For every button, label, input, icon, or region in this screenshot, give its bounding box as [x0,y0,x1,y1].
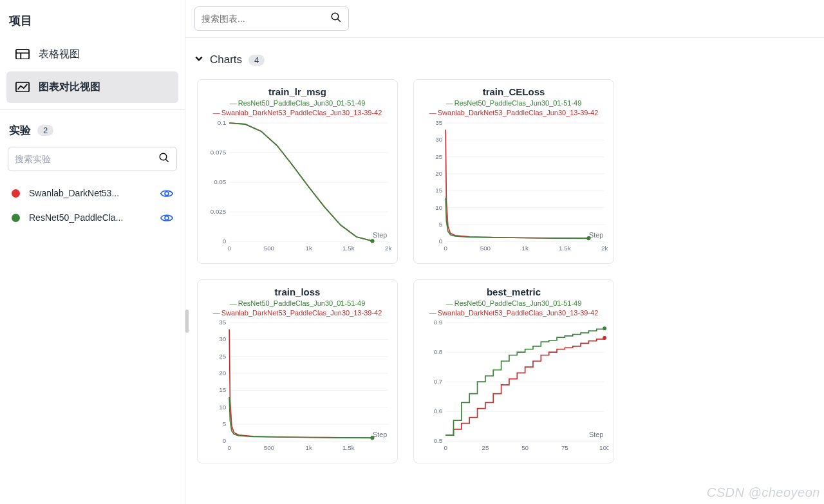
svg-text:25: 25 [435,153,442,160]
svg-text:0.1: 0.1 [218,119,227,126]
svg-text:0.7: 0.7 [434,378,443,386]
experiments-header: 实验 2 [6,123,178,145]
svg-text:0.5: 0.5 [434,438,443,445]
svg-text:20: 20 [435,170,442,177]
svg-text:1.5k: 1.5k [342,245,355,252]
svg-text:0.05: 0.05 [214,178,227,185]
main-panel: Charts 4 train_lr_msg— ResNet50_PaddleCl… [185,0,824,504]
svg-text:35: 35 [435,119,442,126]
eye-icon[interactable] [160,189,173,198]
svg-text:0.6: 0.6 [434,408,443,415]
svg-point-8 [332,13,339,20]
svg-text:2k: 2k [385,245,391,252]
svg-text:15: 15 [219,387,226,394]
svg-point-7 [165,216,169,219]
svg-text:0.075: 0.075 [211,149,227,156]
experiment-color-dot [12,189,20,198]
svg-text:10: 10 [219,404,226,411]
table-icon [15,49,30,61]
charts-count-badge: 4 [248,55,265,66]
svg-text:2k: 2k [601,245,608,252]
svg-point-4 [160,153,167,160]
sidebar: 项目 表格视图 图表对比视图 实验 2 Swanlab_Dar [0,0,185,504]
svg-text:35: 35 [219,319,226,326]
sidebar-item-chart-compare[interactable]: 图表对比视图 [6,71,178,103]
chart-title: best_metric [419,286,608,297]
chart-search-input[interactable] [201,14,330,24]
charts-section-header[interactable]: Charts 4 [185,38,824,73]
svg-text:1k: 1k [305,245,312,252]
experiment-item[interactable]: Swanlab_DarkNet53... [6,182,178,205]
svg-text:25: 25 [219,353,226,360]
experiment-item[interactable]: ResNet50_PaddleCla... [6,206,178,229]
svg-text:0.025: 0.025 [211,208,227,215]
chart-plot: 0.50.60.70.80.90255075100Step [419,317,608,459]
svg-text:0: 0 [223,238,227,245]
svg-text:0: 0 [227,245,231,252]
svg-text:1.5k: 1.5k [559,245,571,252]
top-bar [185,0,824,38]
svg-text:75: 75 [561,444,568,451]
svg-text:0: 0 [444,245,447,252]
experiment-search-input[interactable] [15,154,158,164]
search-icon [158,152,170,166]
svg-point-74 [370,436,374,440]
svg-text:Step: Step [589,231,603,239]
chart-legend: — ResNet50_PaddleClas_Jun30_01-51-49— Sw… [203,299,392,318]
experiment-color-dot [12,214,20,222]
experiment-name: ResNet50_PaddleCla... [29,212,151,223]
experiments-title: 实验 [9,123,31,138]
experiment-name: Swanlab_DarkNet53... [29,188,151,198]
watermark: CSDN @cheoyeon [707,485,820,500]
search-icon [330,12,342,26]
svg-text:1.5k: 1.5k [342,444,355,451]
chart-plot: 0510152025303505001k1.5kStep [203,317,392,459]
chart-card-train_lr_msg[interactable]: train_lr_msg— ResNet50_PaddleClas_Jun30_… [197,79,398,264]
svg-text:15: 15 [435,187,442,194]
chart-search[interactable] [194,6,349,31]
svg-text:5: 5 [223,420,227,427]
svg-point-6 [165,191,169,195]
sidebar-item-label: 图表对比视图 [39,80,100,94]
svg-text:20: 20 [219,369,226,377]
chevron-down-icon [194,53,203,66]
chart-legend: — ResNet50_PaddleClas_Jun30_01-51-49— Sw… [203,98,392,118]
chart-legend: — ResNet50_PaddleClas_Jun30_01-51-49— Sw… [419,98,608,118]
svg-text:10: 10 [435,203,442,210]
svg-text:500: 500 [264,444,275,451]
divider [0,109,185,110]
svg-text:500: 500 [264,245,275,252]
svg-point-51 [586,236,590,240]
section-title: Charts [210,53,242,66]
svg-line-9 [337,19,341,22]
svg-text:500: 500 [480,245,491,252]
eye-icon[interactable] [160,213,173,222]
svg-point-91 [603,336,606,340]
svg-text:30: 30 [219,336,226,343]
svg-text:30: 30 [435,136,442,143]
experiment-search[interactable] [8,147,177,171]
svg-line-5 [165,159,169,162]
svg-text:0: 0 [439,238,443,245]
svg-text:0: 0 [223,438,227,445]
svg-text:Step: Step [589,431,603,439]
chart-compare-icon [15,82,30,93]
chart-card-train_CELoss[interactable]: train_CELoss— ResNet50_PaddleClas_Jun30_… [413,79,614,264]
chart-title: train_CELoss [419,86,608,97]
svg-text:Step: Step [373,431,387,439]
sidebar-item-table-view[interactable]: 表格视图 [6,39,178,70]
chart-card-best_metric[interactable]: best_metric— ResNet50_PaddleClas_Jun30_0… [413,279,614,464]
chart-plot: 0510152025303505001k1.5k2kStep [419,118,608,259]
svg-point-27 [370,239,374,243]
chart-title: train_loss [203,286,392,297]
svg-text:100: 100 [599,444,608,451]
resize-handle[interactable] [185,310,189,333]
charts-grid: train_lr_msg— ResNet50_PaddleClas_Jun30_… [185,73,824,476]
experiments-count-badge: 2 [37,125,53,136]
project-title: 项目 [6,13,178,37]
chart-plot: 00.0250.050.0750.105001k1.5k2kStep [203,118,392,259]
svg-text:1k: 1k [521,245,528,252]
chart-legend: — ResNet50_PaddleClas_Jun30_01-51-49— Sw… [419,299,608,318]
chart-card-train_loss[interactable]: train_loss— ResNet50_PaddleClas_Jun30_01… [197,279,398,464]
sidebar-item-label: 表格视图 [39,48,80,61]
